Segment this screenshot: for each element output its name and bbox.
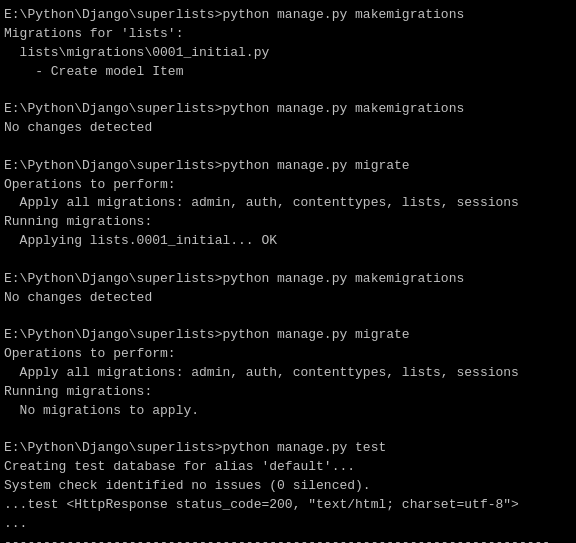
terminal-line bbox=[4, 251, 572, 270]
terminal-line: Migrations for 'lists': bbox=[4, 25, 572, 44]
terminal-line: ----------------------------------------… bbox=[4, 534, 572, 543]
terminal-line: Running migrations: bbox=[4, 383, 572, 402]
terminal-line: E:\Python\Django\superlists>python manag… bbox=[4, 439, 572, 458]
terminal-line bbox=[4, 308, 572, 327]
terminal-line: Operations to perform: bbox=[4, 345, 572, 364]
terminal-line: No migrations to apply. bbox=[4, 402, 572, 421]
terminal-line: Running migrations: bbox=[4, 213, 572, 232]
terminal-line: lists\migrations\0001_initial.py bbox=[4, 44, 572, 63]
terminal-line: E:\Python\Django\superlists>python manag… bbox=[4, 6, 572, 25]
terminal-line: E:\Python\Django\superlists>python manag… bbox=[4, 326, 572, 345]
terminal-line: No changes detected bbox=[4, 289, 572, 308]
terminal-line: E:\Python\Django\superlists>python manag… bbox=[4, 270, 572, 289]
terminal-line: ... bbox=[4, 515, 572, 534]
terminal-line: ...test <HttpResponse status_code=200, "… bbox=[4, 496, 572, 515]
terminal-line: Creating test database for alias 'defaul… bbox=[4, 458, 572, 477]
terminal-line: - Create model Item bbox=[4, 63, 572, 82]
terminal-line bbox=[4, 81, 572, 100]
terminal-line: System check identified no issues (0 sil… bbox=[4, 477, 572, 496]
terminal-line: E:\Python\Django\superlists>python manag… bbox=[4, 157, 572, 176]
terminal-line bbox=[4, 421, 572, 440]
terminal-line: Apply all migrations: admin, auth, conte… bbox=[4, 364, 572, 383]
terminal-line: Applying lists.0001_initial... OK bbox=[4, 232, 572, 251]
terminal-line: No changes detected bbox=[4, 119, 572, 138]
terminal-line: Apply all migrations: admin, auth, conte… bbox=[4, 194, 572, 213]
terminal-line bbox=[4, 138, 572, 157]
terminal-window: E:\Python\Django\superlists>python manag… bbox=[0, 0, 576, 543]
terminal-line: Operations to perform: bbox=[4, 176, 572, 195]
terminal-line: E:\Python\Django\superlists>python manag… bbox=[4, 100, 572, 119]
